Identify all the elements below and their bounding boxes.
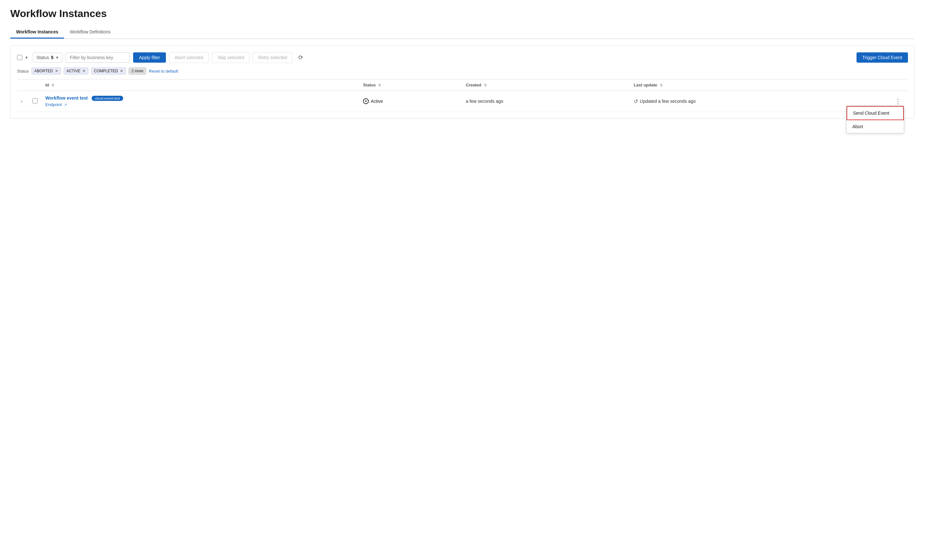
tag-more-button[interactable]: 2 more: [129, 68, 146, 75]
col-last-update-sort-icon[interactable]: ⇅: [660, 83, 663, 87]
col-id-sort-icon[interactable]: ⇅: [51, 83, 54, 87]
external-link-icon: ↗: [64, 103, 67, 107]
status-filter-dropdown[interactable]: Status 5 ▼: [33, 53, 62, 62]
select-dropdown-arrow[interactable]: ▼: [24, 55, 30, 60]
row-expand-cell: ›: [17, 91, 29, 112]
tabs-bar: Workflow Instances Workflow Definitions: [10, 26, 915, 39]
tag-completed-text: COMPLETED: [94, 69, 118, 73]
col-last-update: Last update ⇅: [630, 80, 888, 91]
status-active-icon: [363, 98, 369, 104]
col-actions: [888, 80, 908, 91]
col-id-label: Id: [45, 83, 49, 87]
abort-selected-button[interactable]: Abort selected: [169, 52, 209, 63]
content-area: ▼ Status 5 ▼ Apply filter Abort selected…: [10, 45, 915, 119]
select-all-checkbox[interactable]: [17, 55, 22, 60]
row-status-cell: Active: [359, 91, 462, 112]
row-more-button[interactable]: ⋮: [892, 96, 904, 107]
apply-filter-button[interactable]: Apply filter: [133, 53, 166, 63]
tag-aborted: ABORTED ✕: [32, 68, 61, 75]
retry-selected-button[interactable]: Retry selected: [253, 52, 292, 63]
tag-completed-remove[interactable]: ✕: [120, 69, 123, 73]
col-id: Id ⇅: [41, 80, 359, 91]
instances-table: Id ⇅ Status ⇅ Created ⇅ Last update: [17, 80, 908, 112]
tag-active-text: ACTIVE: [66, 69, 80, 73]
row-id-cell: Workflow event test cloud-event-test End…: [41, 91, 359, 112]
tag-aborted-text: ABORTED: [35, 69, 53, 73]
updated-text-container: ↺ Updated a few seconds ago: [634, 98, 884, 104]
row-checkbox-cell: [29, 91, 41, 112]
context-menu-abort[interactable]: Abort: [847, 120, 904, 133]
table-body: › Workflow event test cloud-event-test E: [17, 91, 908, 112]
table-container: Id ⇅ Status ⇅ Created ⇅ Last update: [17, 79, 908, 112]
page-wrapper: Workflow Instances Workflow Instances Wo…: [0, 0, 925, 560]
tag-active-remove[interactable]: ✕: [82, 69, 86, 73]
tag-active: ACTIVE ✕: [64, 68, 89, 75]
instance-name-link[interactable]: Workflow event test: [45, 95, 88, 101]
business-key-filter-input[interactable]: [66, 53, 130, 63]
last-update-text: Updated a few seconds ago: [640, 99, 696, 104]
row-created-cell: a few seconds ago: [462, 91, 630, 112]
endpoint-link[interactable]: Endpoint ↗: [45, 102, 355, 107]
page-title: Workflow Instances: [10, 8, 915, 20]
col-status-sort-icon[interactable]: ⇅: [378, 83, 381, 87]
col-status-label: Status: [363, 83, 376, 87]
status-active-text: Active: [371, 99, 383, 104]
cloud-tag: cloud-event-test: [92, 96, 123, 101]
trigger-cloud-event-button[interactable]: Trigger Cloud Event: [857, 53, 908, 63]
status-filter-label: Status: [36, 55, 49, 60]
col-created: Created ⇅: [462, 80, 630, 91]
col-last-update-label: Last update: [634, 83, 657, 87]
row-checkbox[interactable]: [33, 98, 38, 104]
context-menu: Send Cloud Event Abort: [846, 106, 904, 133]
reset-to-default-link[interactable]: Reset to default: [149, 69, 178, 74]
tab-workflow-instances[interactable]: Workflow Instances: [10, 26, 64, 39]
tag-completed: COMPLETED ✕: [91, 68, 126, 75]
skip-selected-button[interactable]: Skip selected: [212, 52, 250, 63]
status-filter-chevron: ▼: [55, 56, 59, 59]
row-actions-container: ⋮ Send Cloud Event Abort: [892, 96, 904, 107]
refresh-button[interactable]: ⟳: [296, 53, 306, 62]
select-all-container: ▼: [17, 55, 30, 60]
filter-tags-bar: Status ABORTED ✕ ACTIVE ✕ COMPLETED ✕ 2 …: [17, 68, 908, 75]
row-actions-cell: ⋮ Send Cloud Event Abort: [888, 91, 908, 112]
filter-tags-label: Status: [17, 69, 29, 74]
table-row: › Workflow event test cloud-event-test E: [17, 91, 908, 112]
status-active-container: Active: [363, 98, 458, 104]
refresh-icon: ⟳: [298, 54, 303, 61]
history-icon: ↺: [634, 98, 638, 104]
context-menu-send-cloud-event[interactable]: Send Cloud Event: [847, 106, 904, 120]
col-created-label: Created: [466, 83, 481, 87]
status-filter-count: 5: [51, 55, 54, 60]
tab-workflow-definitions[interactable]: Workflow Definitions: [64, 26, 116, 39]
col-created-sort-icon[interactable]: ⇅: [484, 83, 487, 87]
toolbar: ▼ Status 5 ▼ Apply filter Abort selected…: [17, 52, 908, 63]
endpoint-link-text: Endpoint: [45, 102, 62, 107]
col-checkbox: [29, 80, 41, 91]
row-expand-icon[interactable]: ›: [21, 99, 23, 104]
created-time-text: a few seconds ago: [466, 99, 503, 104]
col-status: Status ⇅: [359, 80, 462, 91]
table-header: Id ⇅ Status ⇅ Created ⇅ Last update: [17, 80, 908, 91]
tag-aborted-remove[interactable]: ✕: [55, 69, 58, 73]
col-expand: [17, 80, 29, 91]
